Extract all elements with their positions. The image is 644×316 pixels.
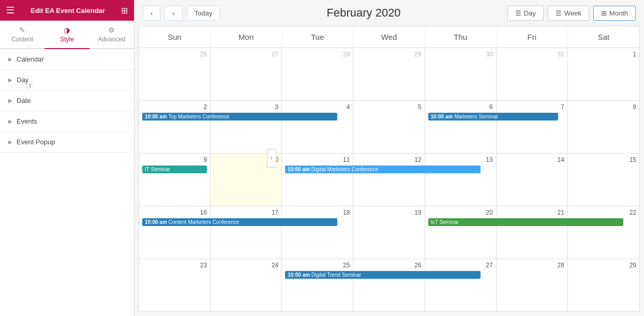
calendar-cell[interactable]: 1	[568, 48, 639, 100]
cell-date-number: 11	[285, 156, 350, 164]
tab-style-label: Style	[60, 36, 74, 43]
calendar-cell[interactable]: 27	[425, 259, 497, 311]
calendar-cell[interactable]: 23	[139, 259, 211, 311]
event-bar[interactable]: 10:00 am Top Marketers Conference	[142, 113, 337, 121]
cell-date-number: 22	[571, 208, 636, 217]
calendar-title: February 2020	[224, 6, 503, 20]
calendar-cell[interactable]: 17	[211, 206, 282, 259]
today-button[interactable]: Today	[187, 6, 220, 21]
cursor-icon: ☞	[26, 81, 33, 91]
event-bar[interactable]: IT Seminar	[142, 165, 207, 173]
event-bar[interactable]: 10:00 am Content Marketers Conference	[142, 218, 337, 226]
cell-date-number: 29	[356, 50, 421, 59]
calendar-cell[interactable]: 9IT Seminar	[139, 154, 211, 206]
cell-date-number: 24	[214, 261, 278, 270]
calendar-cell[interactable]: 30	[425, 48, 497, 100]
sidebar-item-day[interactable]: ▶ Day ☞	[0, 70, 134, 91]
cell-date-number: 15	[571, 156, 636, 164]
sidebar-item-label: Events	[17, 117, 37, 125]
calendar-row: 2627282930311	[139, 48, 639, 101]
calendar-cell[interactable]: 28	[497, 259, 568, 311]
calendar-cell[interactable]: 19	[353, 206, 425, 259]
calendar-cell[interactable]: 12	[353, 154, 425, 206]
header-wed: Wed	[353, 26, 425, 48]
event-bar[interactable]: 10:00 am Digital Marketers Conference	[285, 165, 480, 173]
day-view-button[interactable]: ☰ Day	[507, 6, 544, 21]
calendar-cell[interactable]: 2510:00 am Digital Trend Seminar	[282, 259, 353, 311]
grid-icon[interactable]: ⊞	[121, 6, 128, 16]
cell-date-number: 26	[356, 261, 421, 270]
calendar-body: 2627282930311210:00 am Top Marketers Con…	[139, 48, 639, 311]
calendar-cell[interactable]: 31	[497, 48, 568, 100]
day-view-label: Day	[524, 9, 536, 17]
calendar-row: 23242510:00 am Digital Trend Seminar2627…	[139, 259, 639, 311]
calendar-cell[interactable]: 22	[568, 206, 639, 259]
cell-date-number: 6	[428, 103, 493, 112]
calendar-cell[interactable]: 29	[568, 259, 639, 311]
cell-date-number: 1	[571, 50, 636, 59]
next-button[interactable]: ›	[164, 6, 182, 21]
calendar-cell[interactable]: 4	[282, 101, 353, 153]
sidebar-collapse-button[interactable]: ‹	[267, 149, 276, 168]
sidebar-item-calendar[interactable]: ▶ Calendar	[0, 49, 134, 70]
header-sun: Sun	[139, 26, 211, 48]
cell-date-number: 8	[571, 103, 636, 112]
sidebar-item-date[interactable]: ▶ Date	[0, 91, 134, 111]
event-bar[interactable]: 10:00 am Digital Trend Seminar	[285, 271, 480, 279]
calendar-cell[interactable]: 21	[497, 206, 568, 259]
calendar-cell[interactable]: 28	[282, 48, 353, 100]
cell-date-number: 27	[428, 261, 493, 270]
cell-date-number: 9	[142, 156, 207, 164]
hamburger-icon[interactable]: ☰	[6, 5, 14, 16]
calendar-cell[interactable]: 5	[353, 101, 425, 153]
calendar-cell[interactable]: 3	[211, 101, 282, 153]
calendar-cell[interactable]: 8	[568, 101, 639, 153]
calendar-cell[interactable]: 27	[211, 48, 282, 100]
calendar-row: 1610:00 am Content Marketers Conference1…	[139, 206, 639, 259]
arrow-icon: ▶	[8, 118, 12, 124]
cell-date-number: 17	[214, 208, 278, 217]
event-bar[interactable]: IoT Seminar	[428, 218, 623, 226]
calendar-cell[interactable]: 18	[282, 206, 353, 259]
calendar-row: 9IT Seminar101110:00 am Digital Marketer…	[139, 154, 639, 206]
header-thu: Thu	[425, 26, 497, 48]
sidebar-item-event-popup[interactable]: ▶ Event Popup	[0, 132, 134, 153]
week-view-button[interactable]: ☰ Week	[548, 6, 589, 21]
cell-date-number: 4	[285, 103, 350, 112]
cell-date-number: 13	[428, 156, 493, 164]
calendar-cell[interactable]: 210:00 am Top Marketers Conference	[139, 101, 211, 153]
calendar-cell[interactable]: 26	[353, 259, 425, 311]
event-bar[interactable]: 10:00 am Marketers Seminar	[428, 113, 558, 121]
calendar-cell[interactable]: 29	[353, 48, 425, 100]
prev-button[interactable]: ‹	[143, 6, 160, 21]
content-icon: ✎	[19, 26, 25, 34]
cell-date-number: 28	[285, 50, 350, 59]
calendar-cell[interactable]: 13	[425, 154, 497, 206]
sidebar-title: Edit EA Event Calendar	[31, 7, 105, 14]
cell-date-number: 28	[500, 261, 564, 270]
calendar-cell[interactable]: 1110:00 am Digital Marketers Conference	[282, 154, 353, 206]
tab-content[interactable]: ✎ Content	[0, 21, 44, 48]
month-view-icon: ⊞	[601, 9, 607, 17]
advanced-icon: ⚙	[108, 26, 115, 34]
tab-advanced[interactable]: ⚙ Advanced	[89, 21, 134, 48]
calendar-cell[interactable]: 14	[497, 154, 568, 206]
calendar-cell[interactable]: 7	[497, 101, 568, 153]
cell-date-number: 14	[500, 156, 564, 164]
cell-date-number: 2	[142, 103, 207, 112]
sidebar-item-label: Calendar	[17, 55, 44, 63]
sidebar-tabs: ✎ Content ◑ Style ⚙ Advanced	[0, 21, 134, 49]
calendar-cell[interactable]: 24	[211, 259, 282, 311]
cell-date-number: 30	[428, 50, 493, 59]
calendar-cell[interactable]: 610:00 am Marketers Seminar	[425, 101, 497, 153]
cell-date-number: 29	[571, 261, 636, 270]
month-view-button[interactable]: ⊞ Month	[593, 6, 636, 21]
sidebar-item-events[interactable]: ▶ Events	[0, 111, 134, 132]
cell-date-number: 3	[214, 103, 278, 112]
calendar-cell[interactable]: 1610:00 am Content Marketers Conference	[139, 206, 211, 259]
calendar-cell[interactable]: 26	[139, 48, 211, 100]
calendar-cell[interactable]: 20IoT Seminar	[425, 206, 497, 259]
cell-date-number: 12	[356, 156, 421, 164]
tab-style[interactable]: ◑ Style	[44, 21, 89, 49]
calendar-cell[interactable]: 15	[568, 154, 639, 206]
